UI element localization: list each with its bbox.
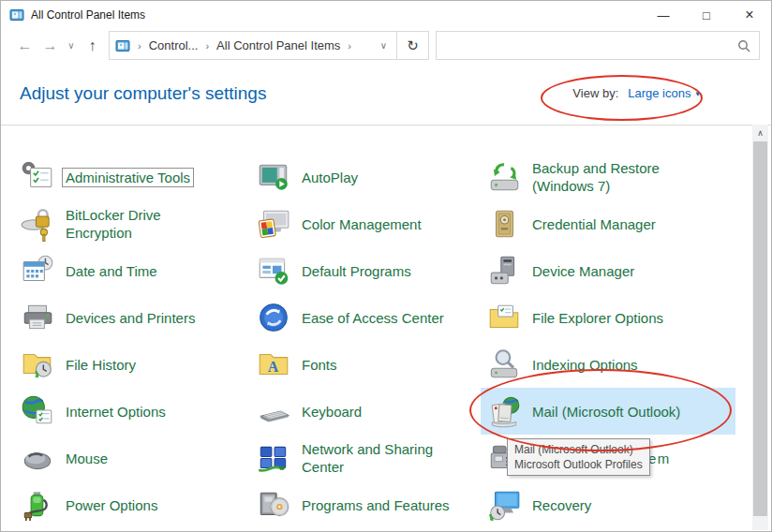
cp-item-fonts[interactable]: A Fonts <box>256 341 486 388</box>
titlebar: All Control Panel Items — □ × <box>1 1 771 29</box>
cp-item-label: Ease of Access Center <box>302 309 444 327</box>
scrollbar-thumb[interactable] <box>753 141 767 516</box>
breadcrumb-item-all-control-panel-items[interactable]: All Control Panel Items <box>216 38 340 52</box>
page-header: Adjust your computer's settings View by:… <box>1 62 771 125</box>
cp-item-label: Date and Time <box>66 262 157 280</box>
ease-of-access-center-icon <box>256 300 291 335</box>
scroll-up-icon[interactable]: ∧ <box>752 125 768 140</box>
control-panel-icon <box>9 7 24 22</box>
cp-item-backup-and-restore[interactable]: Backup and Restore (Windows 7) <box>486 154 767 200</box>
view-by-label: View by: <box>572 86 618 100</box>
cp-item-label: AutoPlay <box>302 169 358 186</box>
cp-item-label: BitLocker Drive Encryption <box>66 206 214 242</box>
cp-item-internet-options[interactable]: Internet Options <box>20 388 256 435</box>
fonts-icon: A <box>256 347 291 382</box>
cp-item-credential-manager[interactable]: Credential Manager <box>486 200 767 247</box>
view-by-control: View by: Large icons ▾ <box>572 86 700 100</box>
search-icon <box>737 39 750 52</box>
breadcrumb-control-panel-icon <box>115 38 130 53</box>
cp-item-date-and-time[interactable]: Date and Time <box>20 247 256 294</box>
cp-item-recovery[interactable]: Recovery <box>486 481 767 528</box>
refresh-button[interactable]: ↻ <box>397 31 429 60</box>
cp-item-label: Backup and Restore (Windows 7) <box>532 159 720 195</box>
cp-item-label: Power Options <box>66 496 157 514</box>
cp-item-label: Network and Sharing Center <box>302 440 461 476</box>
cp-item-file-history[interactable]: File History <box>20 341 256 388</box>
items-grid: Administrative Tools AutoPlay <box>20 154 771 528</box>
cp-item-devices-and-printers[interactable]: Devices and Printers <box>20 294 256 341</box>
cp-item-mail-microsoft-outlook[interactable]: Mail (Microsoft Outlook) <box>481 388 735 435</box>
window-controls: — □ × <box>642 1 771 29</box>
minimize-button[interactable]: — <box>642 1 685 29</box>
autoplay-icon <box>256 159 291 195</box>
indexing-options-icon <box>486 347 522 382</box>
address-dropdown-icon[interactable]: ∨ <box>377 40 391 51</box>
cp-item-label: Color Management <box>302 215 422 233</box>
cp-item-label: Administrative Tools <box>63 169 193 186</box>
back-icon[interactable]: ← <box>12 37 37 54</box>
mouse-icon <box>20 440 55 476</box>
file-explorer-options-icon <box>486 300 522 335</box>
vertical-scrollbar[interactable]: ∧ <box>752 125 768 530</box>
file-history-icon <box>20 347 55 382</box>
cp-item-label: Device Manager <box>532 262 634 280</box>
cp-item-label: Default Programs <box>302 262 411 280</box>
internet-options-icon <box>20 393 55 429</box>
search-input[interactable] <box>445 38 737 52</box>
tooltip-mail: Mail (Microsoft Outlook) Microsoft Outlo… <box>507 438 650 476</box>
default-programs-icon <box>256 253 291 288</box>
breadcrumb-chevron-icon[interactable]: › <box>348 40 351 52</box>
cp-item-network-and-sharing-center[interactable]: Network and Sharing Center <box>256 435 486 481</box>
maximize-button[interactable]: □ <box>685 1 728 29</box>
cp-item-mouse[interactable]: Mouse <box>20 435 256 481</box>
breadcrumb-item-control-panel[interactable]: Control... <box>149 38 199 52</box>
backup-and-restore-icon <box>486 159 522 195</box>
tooltip-line-2: Microsoft Outlook Profiles <box>514 457 643 472</box>
cp-item-color-management[interactable]: Color Management <box>256 200 486 247</box>
cp-item-autoplay[interactable]: AutoPlay <box>256 154 486 200</box>
cp-item-label: Programs and Features <box>302 496 450 514</box>
cp-item-ease-of-access-center[interactable]: Ease of Access Center <box>256 294 486 341</box>
forward-icon[interactable]: → <box>37 37 63 54</box>
cp-item-label: Mouse <box>66 450 108 467</box>
cp-item-label: Recovery <box>532 496 591 514</box>
up-icon[interactable]: ↑ <box>80 37 105 54</box>
bitlocker-drive-encryption-icon <box>20 206 55 242</box>
view-by-dropdown[interactable]: Large icons <box>628 86 690 100</box>
color-management-icon <box>256 206 291 242</box>
cp-item-label: Devices and Printers <box>66 309 195 327</box>
cp-item-default-programs[interactable]: Default Programs <box>256 247 486 294</box>
cp-item-indexing-options[interactable]: Indexing Options <box>486 341 767 388</box>
power-options-icon <box>20 487 55 523</box>
cp-item-label: File History <box>66 356 136 374</box>
refresh-icon: ↻ <box>407 37 419 54</box>
cp-item-label: Indexing Options <box>532 356 638 374</box>
cp-item-label: Fonts <box>302 356 337 374</box>
recent-pages-icon[interactable]: ∨ <box>63 40 80 51</box>
cp-item-bitlocker-drive-encryption[interactable]: BitLocker Drive Encryption <box>20 200 256 247</box>
administrative-tools-icon <box>20 159 55 195</box>
cp-item-label: File Explorer Options <box>532 309 663 327</box>
search-box[interactable] <box>436 31 760 60</box>
close-button[interactable]: × <box>728 1 771 29</box>
cp-item-power-options[interactable]: Power Options <box>20 481 256 528</box>
cp-item-device-manager[interactable]: Device Manager <box>486 247 767 294</box>
cp-item-administrative-tools[interactable]: Administrative Tools <box>20 154 256 200</box>
breadcrumb: › Control... › All Control Panel Items ›… <box>109 31 397 60</box>
tooltip-line-1: Mail (Microsoft Outlook) <box>514 442 643 457</box>
cp-item-programs-and-features[interactable]: Programs and Features <box>256 481 486 528</box>
cp-item-keyboard[interactable]: Keyboard <box>256 388 486 435</box>
programs-and-features-icon <box>256 487 291 523</box>
mail-icon <box>486 393 522 429</box>
breadcrumb-chevron-icon[interactable]: › <box>138 40 141 52</box>
cp-item-label: Keyboard <box>302 403 362 421</box>
date-and-time-icon <box>20 253 55 288</box>
breadcrumb-chevron-icon[interactable]: › <box>205 40 209 52</box>
credential-manager-icon <box>486 206 522 242</box>
cp-item-label: Internet Options <box>66 403 166 421</box>
view-by-caret-icon[interactable]: ▾ <box>695 89 700 98</box>
network-and-sharing-center-icon <box>256 440 291 476</box>
cp-item-file-explorer-options[interactable]: File Explorer Options <box>486 294 767 341</box>
cp-item-label: Mail (Microsoft Outlook) <box>532 403 680 421</box>
items-area: Administrative Tools AutoPlay <box>1 126 771 528</box>
